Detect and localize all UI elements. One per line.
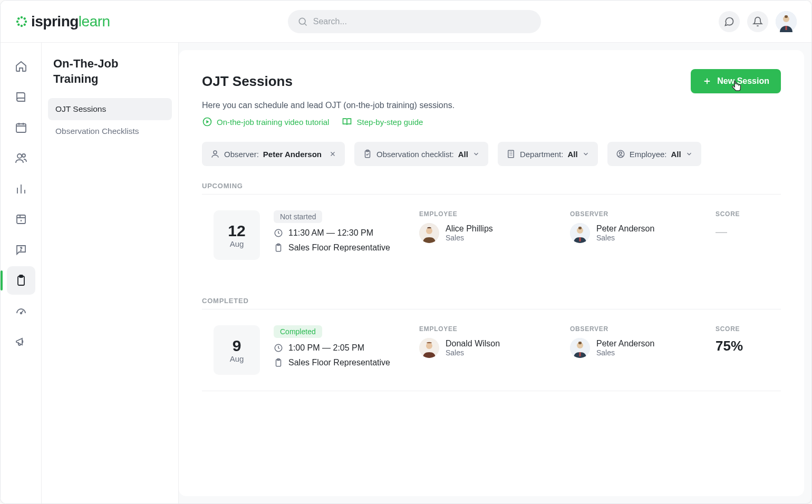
- app-header: ispringlearn: [1, 1, 811, 43]
- svg-rect-14: [16, 124, 26, 132]
- completed-section-label: COMPLETED: [202, 297, 781, 305]
- employee-avatar: [419, 338, 439, 358]
- nav-knowledge[interactable]: [7, 205, 35, 234]
- global-search[interactable]: [288, 10, 541, 33]
- upcoming-section-label: UPCOMING: [202, 182, 781, 190]
- avatar-icon: [570, 338, 590, 358]
- svg-point-16: [22, 154, 25, 157]
- session-date: 9 Aug: [214, 325, 260, 375]
- svg-rect-36: [578, 227, 582, 229]
- col-header-score: SCORE: [716, 210, 779, 218]
- clipboard-icon: [274, 243, 283, 253]
- svg-point-2: [16, 20, 18, 22]
- session-employee: Alice Phillips Sales: [419, 223, 556, 243]
- nav-events[interactable]: [7, 113, 35, 142]
- session-date-month: Aug: [230, 354, 244, 363]
- svg-point-28: [619, 152, 622, 154]
- calendar-icon: [15, 121, 27, 134]
- svg-point-18: [20, 250, 21, 250]
- main-panel: OJT Sessions New Session Here you can sc…: [179, 50, 804, 496]
- employee-name: Alice Phillips: [446, 224, 493, 234]
- sidebar-item-ojt-sessions[interactable]: OJT Sessions: [48, 98, 172, 120]
- nav-messages[interactable]: [7, 236, 35, 264]
- cursor-pointer-icon: [730, 81, 742, 94]
- filter-checklist[interactable]: Observation checklist: All: [354, 142, 488, 166]
- nav-users[interactable]: [7, 144, 35, 172]
- session-checklist: Sales Floor Representative: [288, 358, 390, 367]
- chat-button[interactable]: [719, 11, 740, 32]
- new-session-label: New Session: [717, 76, 769, 86]
- nav-home[interactable]: [7, 52, 35, 81]
- page-title: OJT Sessions: [202, 73, 293, 90]
- filter-observer[interactable]: Observer: Peter Anderson: [202, 142, 345, 166]
- avatar-icon: [419, 223, 439, 243]
- book-open-icon: [342, 117, 352, 127]
- session-date-month: Aug: [230, 239, 244, 248]
- nav-reports[interactable]: [7, 175, 35, 203]
- brand-text: ispringlearn: [31, 13, 110, 30]
- megaphone-icon: [15, 335, 27, 348]
- nav-ojt[interactable]: [7, 266, 35, 295]
- nav-announce[interactable]: [7, 327, 35, 356]
- users-icon: [15, 152, 27, 164]
- play-circle-icon: [202, 117, 212, 127]
- session-row[interactable]: 12 Aug Not started 11:30 AM — 12:30 PM S…: [202, 194, 781, 276]
- filter-observer-clear[interactable]: [329, 150, 336, 158]
- filter-department-value: All: [567, 150, 577, 159]
- svg-rect-13: [786, 26, 787, 30]
- session-observer: Peter Anderson Sales: [570, 223, 702, 243]
- employee-dept: Sales: [446, 348, 500, 357]
- close-icon: [329, 150, 336, 158]
- archive-icon: [15, 213, 27, 226]
- clipboard-check-icon: [363, 149, 372, 159]
- help-link-guide-label: Step-by-step guide: [356, 118, 423, 127]
- filter-checklist-value: All: [458, 150, 468, 159]
- svg-rect-46: [579, 352, 581, 356]
- help-link-video[interactable]: On-the-job training video tutorial: [202, 117, 329, 127]
- gauge-icon: [15, 305, 27, 317]
- bell-icon: [752, 16, 763, 27]
- search-input[interactable]: [313, 17, 531, 26]
- observer-avatar: [570, 223, 590, 243]
- svg-point-4: [17, 17, 20, 20]
- clock-icon: [274, 228, 283, 238]
- observer-dept: Sales: [596, 348, 654, 357]
- filter-department[interactable]: Department: All: [498, 142, 598, 166]
- nav-courses[interactable]: [7, 83, 35, 111]
- filter-employee-value: All: [671, 150, 681, 159]
- chevron-down-icon: [472, 150, 480, 158]
- filter-bar: Observer: Peter Anderson Observation che…: [202, 142, 781, 166]
- employee-name: Donald Wilson: [446, 339, 500, 348]
- search-icon: [297, 16, 308, 27]
- filter-employee[interactable]: Employee: All: [607, 142, 701, 166]
- profile-avatar[interactable]: [776, 11, 797, 32]
- notifications-button[interactable]: [747, 11, 768, 32]
- session-date-day: 12: [228, 222, 245, 239]
- sidebar-item-observation-checklists[interactable]: Observation Checklists: [48, 120, 172, 142]
- svg-point-8: [299, 18, 305, 24]
- session-date-day: 9: [233, 337, 241, 354]
- clipboard-icon: [15, 274, 27, 287]
- employee-avatar: [419, 223, 439, 243]
- clipboard-icon: [274, 358, 283, 367]
- brand-logo[interactable]: ispringlearn: [15, 13, 110, 30]
- session-status-badge: Completed: [274, 325, 322, 338]
- svg-rect-12: [785, 15, 788, 18]
- book-icon: [15, 91, 27, 103]
- help-link-guide[interactable]: Step-by-step guide: [342, 117, 423, 127]
- filter-checklist-label: Observation checklist:: [376, 150, 454, 159]
- user-circle-icon: [616, 149, 625, 159]
- observer-dept: Sales: [596, 234, 654, 242]
- plus-icon: [702, 76, 712, 86]
- svg-point-0: [21, 16, 23, 18]
- svg-rect-37: [579, 237, 581, 241]
- svg-point-15: [17, 154, 22, 158]
- svg-point-23: [214, 151, 217, 154]
- session-row[interactable]: 9 Aug Completed 1:00 PM — 2:05 PM Sales …: [202, 309, 781, 391]
- svg-point-33: [426, 228, 432, 234]
- session-time: 11:30 AM — 12:30 PM: [288, 228, 373, 238]
- session-time: 1:00 PM — 2:05 PM: [288, 343, 364, 353]
- filter-observer-value: Peter Anderson: [263, 150, 322, 159]
- col-header-employee: EMPLOYEE: [419, 210, 556, 218]
- nav-performance[interactable]: [7, 297, 35, 325]
